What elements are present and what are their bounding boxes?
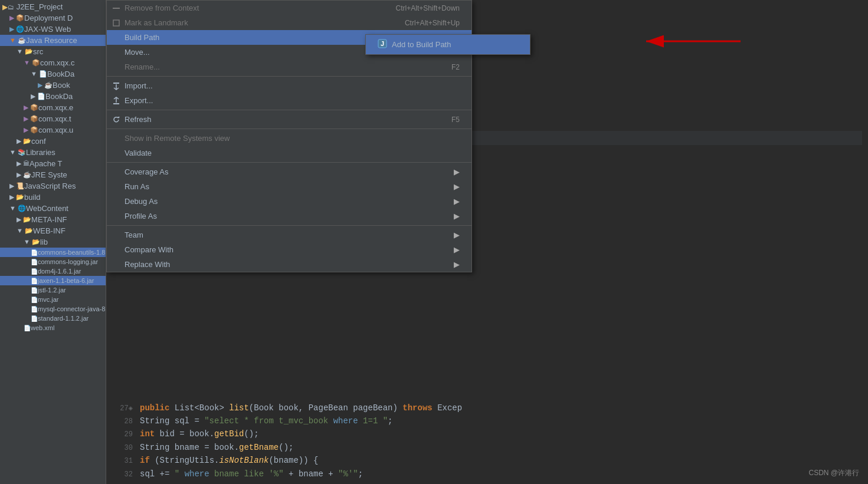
svg-rect-0 (113, 8, 120, 9)
tree-label: Apache T (30, 159, 62, 168)
tree-item-j2ee[interactable]: ▶ 🗂 J2EE_Project (0, 1, 106, 12)
add-build-path-icon: J (378, 39, 387, 50)
tree-label: BookDa (47, 70, 74, 78)
tree-item-apache[interactable]: ▶ 🏛 Apache T (0, 158, 106, 169)
tree-item-jre[interactable]: ▶ ☕ JRE Syste (0, 169, 106, 180)
tree-item-bookda1[interactable]: ▼ 📄 BookDa (0, 68, 106, 80)
menu-label: Profile As (125, 212, 157, 220)
remove-context-icon (112, 4, 121, 13)
tree-label: jaxen-1.1-beta-6.jar (38, 277, 94, 284)
refresh-icon (112, 115, 121, 124)
tree-item-src[interactable]: ▼ 📂 src (0, 46, 106, 57)
menu-shortcut: Ctrl+Alt+Shift+Up (405, 19, 460, 27)
tree-label: Deployment D (24, 14, 73, 22)
menu-label: Build Path (125, 33, 159, 42)
menu-shortcut: F2 (451, 63, 460, 71)
tree-item-conf[interactable]: ▶ 📂 conf (0, 136, 106, 147)
tree-item-logging[interactable]: 📄 commons-logging.jar (0, 257, 106, 266)
menu-item-landmark[interactable]: Mark as Landmark Ctrl+Alt+Shift+Up (107, 15, 471, 30)
tree-item-build[interactable]: ▶ 📂 build (0, 192, 106, 203)
code-line-27: 27◈ public List<Book> list(Book book, Pa… (112, 401, 862, 414)
tree-item-pkg4[interactable]: ▶ 📦 com.xqx.u (0, 124, 106, 136)
menu-separator-3 (107, 129, 471, 129)
run-arrow-icon: ▶ (454, 182, 460, 191)
tree-item-pkg2[interactable]: ▶ 📦 com.xqx.e (0, 102, 106, 113)
tree-label: src (33, 47, 43, 56)
tree-label: conf (31, 137, 46, 146)
menu-item-replace[interactable]: Replace With ▶ (107, 257, 471, 272)
coverage-arrow-icon: ▶ (454, 167, 460, 176)
code-bottom-section: 27◈ public List<Book> list(Book book, Pa… (106, 398, 868, 484)
watermark: CSDN @许港行 (808, 468, 859, 478)
tree-item-libraries[interactable]: ▼ 📚 Libraries (0, 147, 106, 158)
tree-label: JavaScript Res (24, 182, 76, 190)
menu-item-profile[interactable]: Profile As ▶ (107, 209, 471, 223)
code-line-32: 32 sql += " where bname like '%" + bname… (112, 467, 862, 480)
tree-label: Libraries (26, 148, 55, 157)
tree-item-deployment[interactable]: ▶ 📦 Deployment D (0, 12, 106, 24)
menu-label: Debug As (125, 197, 158, 206)
tree-item-mvc[interactable]: 📄 mvc.jar (0, 295, 106, 304)
tree-item-webcontent[interactable]: ▼ 🌐 WebContent (0, 203, 106, 214)
tree-label: Java Resource (26, 36, 77, 45)
submenu-item-add-build-path[interactable]: J Add to Build Path (366, 35, 530, 54)
menu-shortcut: Ctrl+Alt+Shift+Down (396, 4, 460, 12)
profile-arrow-icon: ▶ (454, 212, 460, 220)
build-path-submenu: J Add to Build Path (365, 34, 530, 55)
tree-item-jaxen[interactable]: 📄 jaxen-1.1-beta-6.jar (0, 276, 106, 285)
tree-item-pkg1[interactable]: ▼ 📦 com.xqx.c (0, 57, 106, 68)
menu-item-compare[interactable]: Compare With ▶ (107, 242, 471, 257)
menu-item-validate[interactable]: Validate (107, 146, 471, 160)
menu-label: Export... (125, 96, 153, 105)
menu-label: Refresh (125, 115, 152, 124)
tree-label: com.xqx.c (40, 58, 75, 67)
menu-item-import[interactable]: Import... (107, 78, 471, 93)
tree-item-lib[interactable]: ▼ 📂 lib (0, 236, 106, 248)
tree-label: standard-1.1.2.jar (38, 315, 89, 322)
svg-marker-1 (113, 20, 119, 26)
tree-label: com.xqx.u (38, 126, 73, 134)
menu-item-remove-context[interactable]: Remove from Context Ctrl+Alt+Shift+Down (107, 1, 471, 15)
tree-item-standard[interactable]: 📄 standard-1.1.2.jar (0, 314, 106, 323)
tree-item-webxml[interactable]: 📄 web.xml (0, 323, 106, 332)
menu-item-remote[interactable]: Show in Remote Systems view (107, 131, 471, 146)
tree-item-book[interactable]: ▶ ☕ Book (0, 80, 106, 91)
tree-item-metainf[interactable]: ▶ 📂 META-INF (0, 214, 106, 225)
menu-label: Run As (125, 182, 149, 191)
tree-label: com.xqx.e (38, 103, 73, 112)
tree-item-jstl[interactable]: 📄 jstl-1.2.jar (0, 285, 106, 295)
menu-item-export[interactable]: Export... (107, 93, 471, 108)
menu-label: Coverage As (125, 167, 168, 176)
tree-label: J2EE_Project (17, 2, 63, 11)
tree-label: commons-beanutils-1.8.0j (38, 249, 106, 256)
menu-item-team[interactable]: Team ▶ (107, 228, 471, 242)
tree-label: BookDa (45, 92, 73, 101)
code-line-30: 30 String bname = book.getBname(); (112, 441, 862, 454)
tree-label: JAX-WS Web (24, 25, 71, 34)
menu-item-run[interactable]: Run As ▶ (107, 179, 471, 194)
tree-label: commons-logging.jar (38, 258, 98, 265)
landmark-icon (112, 18, 121, 28)
menu-item-coverage[interactable]: Coverage As ▶ (107, 164, 471, 179)
menu-label: Validate (125, 149, 152, 157)
tree-item-beanutils[interactable]: 📄 commons-beanutils-1.8.0j (0, 248, 106, 257)
menu-label: Import... (125, 81, 153, 90)
replace-arrow-icon: ▶ (454, 260, 460, 269)
tree-label: web.xml (31, 324, 54, 331)
menu-separator-4 (107, 162, 471, 163)
tree-item-bookda2[interactable]: ▶ 📄 BookDa (0, 91, 106, 102)
menu-item-refresh[interactable]: Refresh F5 (107, 112, 471, 127)
tree-label: dom4j-1.6.1.jar (38, 268, 81, 275)
tree-item-pkg3[interactable]: ▶ 📦 com.xqx.t (0, 113, 106, 124)
menu-item-debug[interactable]: Debug As ▶ (107, 194, 471, 209)
tree-item-webinf[interactable]: ▼ 📂 WEB-INF (0, 225, 106, 236)
tree-item-mysql[interactable]: 📄 mysql-connector-java-8.0. (0, 304, 106, 314)
svg-rect-3 (113, 103, 119, 104)
menu-item-rename[interactable]: Rename... F2 (107, 60, 471, 74)
tree-label: mysql-connector-java-8.0. (38, 305, 106, 312)
tree-item-dom4j[interactable]: 📄 dom4j-1.6.1.jar (0, 266, 106, 276)
tree-item-jaxws[interactable]: ▶ 🌐 JAX-WS Web (0, 24, 106, 35)
tree-label: JRE Syste (31, 170, 67, 179)
tree-item-javaresource[interactable]: ▼ ☕ Java Resource (0, 35, 106, 46)
tree-item-jsres[interactable]: ▶ 📜 JavaScript Res (0, 180, 106, 192)
